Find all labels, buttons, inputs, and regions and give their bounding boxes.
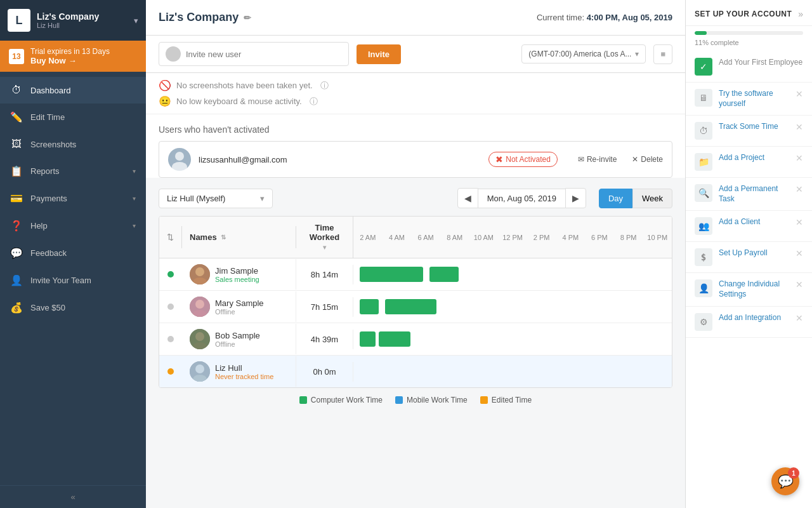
trial-banner: 13 Trial expires in 13 Days Buy Now → [0,41,146,72]
current-time-display: Current time: 4:00 PM, Aug 05, 2019 [537,13,672,22]
employee-status: Sales meeting [215,276,259,283]
delete-user-button[interactable]: ✕ Delete [632,155,663,164]
avatar [190,361,210,382]
rp-item-close-button[interactable]: ✕ [796,279,803,290]
sidebar-item-dashboard[interactable]: ⏱ Dashboard [0,77,146,104]
status-dot-never [167,368,174,375]
user-select[interactable]: Liz Hull (Myself) ▾ [159,189,273,208]
sidebar-item-label: Reports [30,166,60,176]
sidebar-collapse-button[interactable]: « [0,485,146,508]
time-sort-icon: ▾ [323,244,326,251]
sort-icon[interactable]: ⇅ [159,226,182,248]
unactivated-user-row: lizsusanhull@gmail.com ✖ Not Activated ✉… [159,141,672,178]
trial-text: Trial expires in 13 Days [30,47,110,56]
rp-dollar-icon: $ [695,248,712,266]
rp-item-add-client-label[interactable]: Add a Client [719,217,789,227]
table-row: Mary Sample Offline 7h 15m [159,291,672,323]
rp-item-integration-label[interactable]: Add an Integration [719,313,789,323]
date-nav: ◀ Mon, Aug 05, 2019 ▶ [457,188,586,208]
sidebar-item-invite-team[interactable]: 👤 Invite Your Team [0,267,146,294]
date-next-button[interactable]: ▶ [565,188,586,208]
sidebar-header[interactable]: L Liz's Company Liz Hull ▾ [0,0,146,41]
names-column-header[interactable]: Names ⇅ [182,226,296,248]
avatar [190,264,210,284]
svg-point-12 [195,364,204,373]
view-toggle: Day Week [599,189,672,208]
timeline-bar [360,331,376,347]
alert-info-icon2[interactable]: ⓘ [310,96,318,107]
sidebar-item-screenshots[interactable]: 🖼 Screenshots [0,131,146,157]
not-activated-x-icon: ✖ [495,154,503,164]
rp-item-add-project-label[interactable]: Add a Project [719,153,789,163]
rp-item-close-button[interactable]: ✕ [796,248,803,258]
save50-icon: 💰 [10,302,23,314]
rp-item-add-employee-label[interactable]: Add Your First Employee [719,58,803,68]
rp-item-individual-settings-label[interactable]: Change Individual Settings [719,279,789,299]
rp-item-payroll: $ Set Up Payroll ✕ [686,242,812,273]
not-activated-title: Users who haven't activated [159,124,672,135]
alert-info-icon[interactable]: ⓘ [320,80,329,91]
sidebar-item-feedback[interactable]: 💬 Feedback [0,239,146,267]
sidebar-user-name: Liz Hull [37,22,99,29]
reinvite-icon: ✉ [578,155,584,164]
timetable-controls: Liz Hull (Myself) ▾ ◀ Mon, Aug 05, 2019 … [159,188,672,208]
rp-folder-icon: 📁 [695,153,712,171]
timeline-table: ⇅ Names ⇅ Time Worked ▾ 2 AM 4 AM 6 AM 8… [159,216,672,388]
employee-status: Never tracked time [215,373,273,380]
rp-item-close-button[interactable]: ✕ [796,217,803,227]
rp-item-add-task-label[interactable]: Add a Permanent Task [719,184,789,204]
sidebar-item-label: Screenshots [30,140,76,149]
rp-item-close-button[interactable]: ✕ [796,122,803,132]
rp-item-add-task: 🔍 Add a Permanent Task ✕ [686,178,812,211]
invite-email-input[interactable] [186,50,313,59]
time-worked-column-header[interactable]: Time Worked ▾ [296,217,353,258]
alert-activity-text: No low keyboard & mouse activity. [176,97,302,106]
timezone-dropdown-arrow: ▾ [635,50,639,58]
sidebar-item-help[interactable]: ❓ Help ▾ [0,212,146,239]
name-cell: Liz Hull Never tracked time [182,356,296,387]
reinvite-button[interactable]: ✉ Re-invite [578,155,617,164]
chat-bubble-button[interactable]: 💬 1 [771,467,799,495]
sidebar-item-label: Dashboard [30,86,71,95]
rp-item-track-time-label[interactable]: Track Some Time [719,122,789,132]
sidebar-item-label: Invite Your Team [30,276,91,285]
rp-item-add-employee: ✓ Add Your First Employee [686,51,812,83]
table-row: Jim Sample Sales meeting 8h 14m [159,258,672,291]
rp-item-add-client: 👥 Add a Client ✕ [686,211,812,242]
date-prev-button[interactable]: ◀ [457,188,478,208]
no-activity-icon: 😐 [159,95,171,107]
timezone-selector[interactable]: (GMT-07:00) America (Los A... ▾ [521,44,646,64]
timeline-legend: Computer Work Time Mobile Work Time Edit… [159,388,672,412]
payments-arrow: ▾ [133,195,136,202]
legend-computer-work: Computer Work Time [299,396,383,404]
view-week-button[interactable]: Week [632,189,672,208]
chat-badge: 1 [788,467,799,479]
edit-company-icon[interactable]: ✏ [244,13,251,23]
main-content: Liz's Company ✏ Current time: 4:00 PM, A… [146,0,685,508]
rp-item-close-button[interactable]: ✕ [796,153,803,163]
rp-item-close-button[interactable]: ✕ [796,184,803,194]
sidebar-item-save50[interactable]: 💰 Save $50 [0,294,146,321]
status-dot-offline [167,304,174,310]
rp-item-close-button[interactable]: ✕ [796,313,803,323]
sidebar-item-label: Help [30,221,48,231]
view-day-button[interactable]: Day [599,189,632,208]
rp-item-try-software-label[interactable]: Try the software yourself [719,89,789,109]
timeline-bar [429,267,458,282]
rp-item-payroll-label[interactable]: Set Up Payroll [719,248,789,258]
sidebar-item-payments[interactable]: 💳 Payments ▾ [0,185,146,212]
invite-button[interactable]: Invite [357,44,401,64]
rp-item-close-button[interactable]: ✕ [796,89,803,99]
name-cell: Mary Sample Offline [182,291,296,322]
rp-search-icon: 🔍 [695,184,712,202]
legend-edited-time: Edited Time [480,396,532,404]
sidebar-dropdown-arrow: ▾ [134,16,138,25]
sidebar-item-reports[interactable]: 📋 Reports ▾ [0,157,146,185]
rp-expand-button[interactable]: » [798,9,803,19]
sidebar-item-edit-time[interactable]: ✏️ Edit Time [0,104,146,131]
buy-now-button[interactable]: Buy Now → [30,56,110,65]
svg-point-6 [195,300,204,309]
filter-button[interactable]: ≡ [653,44,672,64]
rp-item-individual-settings: 👤 Change Individual Settings ✕ [686,273,812,306]
avatar [190,297,210,317]
